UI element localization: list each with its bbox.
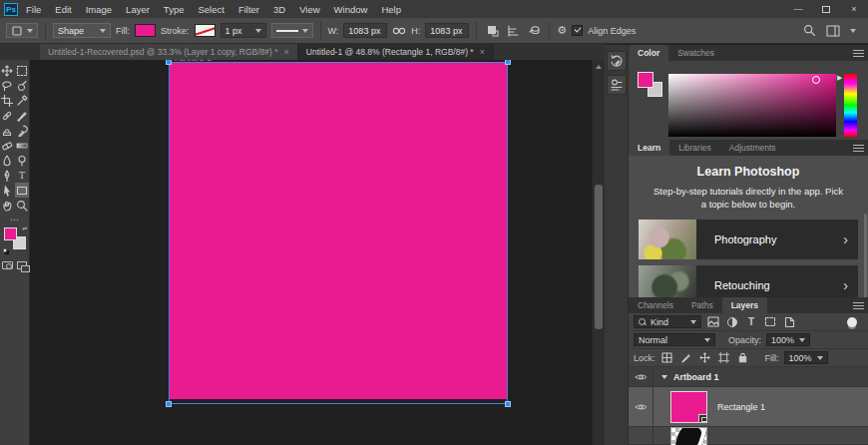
menu-filter[interactable]: Filter xyxy=(238,4,259,15)
filter-shape-layers-button[interactable] xyxy=(763,315,777,329)
quick-selection-tool-button[interactable] xyxy=(15,78,29,93)
path-alignment-button[interactable] xyxy=(505,23,521,39)
filter-kind-dropdown[interactable]: Kind xyxy=(634,315,701,328)
properties-panel-button[interactable] xyxy=(607,75,627,95)
default-colors-icon[interactable] xyxy=(3,248,7,252)
tab-swatches[interactable]: Swatches xyxy=(668,45,723,61)
opacity-dropdown[interactable]: 100% xyxy=(766,333,810,346)
document-tab-untitled-1[interactable]: Untitled-1 @ 48.8% (Rectangle 1, RGB/8#)… xyxy=(298,44,494,60)
transform-handle-top-right[interactable] xyxy=(505,60,511,65)
menu-view[interactable]: View xyxy=(299,4,319,15)
shape-height-input[interactable]: 1083 px xyxy=(425,23,469,38)
stroke-color-swatch[interactable] xyxy=(195,24,216,37)
blur-tool-button[interactable] xyxy=(0,153,14,168)
move-tool-button[interactable] xyxy=(0,63,14,78)
tool-preset-picker[interactable] xyxy=(6,23,38,38)
canvas-area[interactable]: Artboard 1 xyxy=(30,60,592,445)
saturation-brightness-field[interactable] xyxy=(668,74,836,137)
menu-type[interactable]: Type xyxy=(164,4,185,15)
stroke-type-dropdown[interactable] xyxy=(271,23,313,38)
learn-scrollbar-thumb[interactable] xyxy=(864,214,867,297)
expand-collapse-icon[interactable] xyxy=(661,375,667,382)
menu-image[interactable]: Image xyxy=(86,4,112,15)
layer-name[interactable]: Rectangle 1 xyxy=(717,402,765,412)
filter-pixel-layers-button[interactable] xyxy=(706,315,720,329)
clone-stamp-tool-button[interactable] xyxy=(0,123,14,138)
history-brush-tool-button[interactable] xyxy=(15,123,29,138)
tab-libraries[interactable]: Libraries xyxy=(669,140,720,156)
panel-menu-icon[interactable] xyxy=(853,50,864,57)
gear-icon[interactable]: ⚙ xyxy=(557,24,567,37)
transform-handle-top-left[interactable] xyxy=(166,60,172,65)
search-icon[interactable] xyxy=(803,24,816,37)
edit-toolbar-ellipsis-icon[interactable]: ⋯ xyxy=(10,217,19,222)
eraser-tool-button[interactable] xyxy=(0,138,14,153)
panel-menu-icon[interactable] xyxy=(853,302,864,309)
lasso-tool-button[interactable] xyxy=(0,78,14,93)
layer-row-rectangle-1[interactable]: Rectangle 1 xyxy=(629,387,868,427)
blend-mode-dropdown[interactable]: Normal xyxy=(634,333,715,346)
fill-dropdown[interactable]: 100% xyxy=(784,351,828,364)
document-tab-untitled-1-recovered[interactable]: Untitled-1-Recovered.psd @ 33.3% (Layer … xyxy=(40,44,298,60)
marquee-tool-button[interactable] xyxy=(15,63,29,78)
path-selection-tool-button[interactable] xyxy=(0,183,14,198)
layer-thumbnail[interactable] xyxy=(670,427,707,445)
transform-handle-bottom-left[interactable] xyxy=(166,401,172,407)
scrollbar-thumb[interactable] xyxy=(595,185,603,329)
transform-handle-bottom-right[interactable] xyxy=(505,401,511,407)
align-edges-checkbox[interactable] xyxy=(572,25,583,36)
scroll-up-icon[interactable] xyxy=(596,62,602,69)
menu-file[interactable]: File xyxy=(26,4,41,15)
tab-adjustments[interactable]: Adjustments xyxy=(720,140,785,156)
workspace-switcher-icon[interactable] xyxy=(826,25,840,37)
learn-card-retouching[interactable]: Retouching › xyxy=(639,265,858,297)
fill-color-swatch[interactable] xyxy=(135,24,156,37)
rectangle-tool-button[interactable] xyxy=(15,183,29,198)
minimize-button[interactable]: — xyxy=(784,0,812,18)
lock-transparent-pixels-button[interactable] xyxy=(660,351,674,365)
foreground-color-swatch[interactable] xyxy=(638,72,653,88)
close-tab-icon[interactable]: × xyxy=(284,47,289,57)
lock-all-button[interactable] xyxy=(736,351,750,365)
eyedropper-tool-button[interactable] xyxy=(15,93,29,108)
brush-tool-button[interactable] xyxy=(15,108,29,123)
gradient-tool-button[interactable] xyxy=(15,138,29,153)
tab-layers[interactable]: Layers xyxy=(722,297,767,313)
restore-button[interactable] xyxy=(812,0,840,18)
color-field-marker[interactable] xyxy=(812,76,820,84)
dodge-tool-button[interactable] xyxy=(15,153,29,168)
path-operations-button[interactable] xyxy=(484,23,500,39)
layer-name[interactable]: Artboard 1 xyxy=(673,372,719,382)
lock-image-pixels-button[interactable] xyxy=(679,351,693,365)
filter-smart-objects-button[interactable] xyxy=(782,315,796,329)
path-arrangement-button[interactable] xyxy=(526,23,542,39)
visibility-toggle[interactable] xyxy=(629,367,653,386)
menu-layer[interactable]: Layer xyxy=(126,4,150,15)
lock-position-button[interactable] xyxy=(698,351,712,365)
menu-select[interactable]: Select xyxy=(198,4,223,15)
tab-channels[interactable]: Channels xyxy=(629,297,682,313)
close-button[interactable]: × xyxy=(840,0,868,18)
screen-mode-button[interactable] xyxy=(17,261,27,269)
visibility-toggle[interactable] xyxy=(629,387,653,426)
tab-paths[interactable]: Paths xyxy=(682,297,722,313)
tool-mode-dropdown[interactable]: Shape xyxy=(53,23,111,38)
layer-row-partial[interactable] xyxy=(629,427,868,445)
healing-brush-tool-button[interactable] xyxy=(0,108,14,123)
panel-menu-icon[interactable] xyxy=(853,145,864,152)
filter-adjustment-layers-button[interactable] xyxy=(725,315,739,329)
filter-toggle-switch[interactable] xyxy=(847,317,857,327)
link-dimensions-icon[interactable] xyxy=(392,26,406,36)
filter-type-layers-button[interactable]: T xyxy=(744,315,758,329)
hand-tool-button[interactable] xyxy=(0,198,14,213)
canvas-vertical-scrollbar[interactable] xyxy=(592,60,605,445)
quick-mask-button[interactable] xyxy=(2,261,13,269)
crop-tool-button[interactable] xyxy=(0,93,14,108)
menu-edit[interactable]: Edit xyxy=(55,4,71,15)
zoom-tool-button[interactable] xyxy=(15,198,29,213)
hue-slider[interactable] xyxy=(844,74,857,137)
lock-artboard-nesting-button[interactable] xyxy=(717,351,731,365)
swap-colors-icon[interactable]: ⇄ xyxy=(22,224,27,231)
layer-thumbnail[interactable] xyxy=(670,391,707,423)
pen-tool-button[interactable] xyxy=(0,168,14,183)
